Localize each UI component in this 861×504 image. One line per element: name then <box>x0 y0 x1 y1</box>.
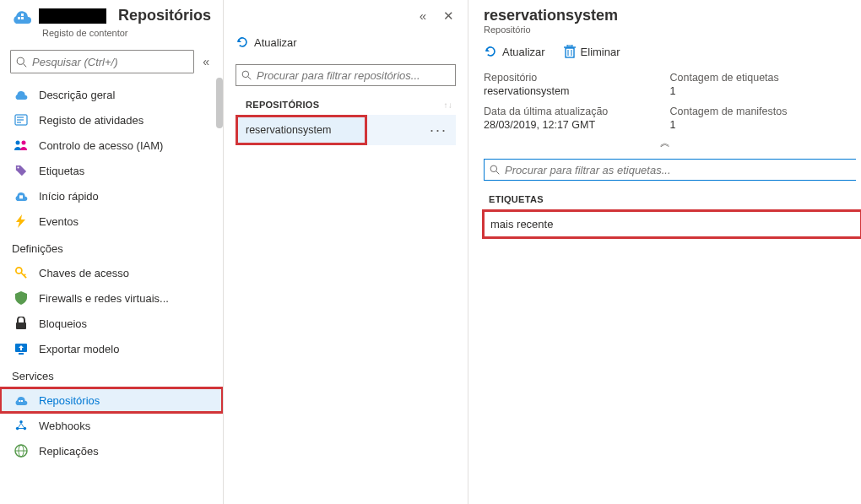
repo-row-name[interactable]: reservationsystem <box>236 115 367 145</box>
refresh-icon <box>236 35 249 49</box>
nav-item-tags[interactable]: Etiquetas <box>0 158 223 183</box>
meta-updated-value: 28/03/2019, 12:17 GMT <box>484 119 660 131</box>
nav-item-label: Descrição geral <box>39 89 115 101</box>
repository-detail-panel: reservationsystem Repositório Atualizar … <box>468 0 861 504</box>
sidebar-scrollbar[interactable] <box>216 78 223 128</box>
repositories-icon <box>14 393 29 407</box>
svg-point-9 <box>16 141 20 145</box>
tag-filter-input[interactable] <box>505 164 851 176</box>
key-icon <box>14 266 29 279</box>
tags-column-header[interactable]: ETIQUETAS <box>468 187 861 211</box>
nav-item-label: Repositórios <box>39 394 100 407</box>
svg-point-13 <box>16 268 22 274</box>
nav-item-label: Exportar modelo <box>39 343 119 355</box>
nav-item-label: Chaves de acesso <box>39 267 129 279</box>
iam-icon <box>14 138 29 152</box>
meta-repo-value: reservationsystem <box>484 85 660 97</box>
refresh-button[interactable]: Atualizar <box>236 35 297 49</box>
svg-line-35 <box>496 171 499 174</box>
nav-item-export[interactable]: Exportar modelo <box>0 336 223 361</box>
repositories-panel: « ✕ Atualizar REPOSITÓRIOS ↑↓ reservatio… <box>224 0 468 504</box>
sidebar-search-input[interactable] <box>32 56 188 68</box>
nav-item-access-keys[interactable]: Chaves de acesso <box>0 260 223 285</box>
search-icon <box>490 165 500 175</box>
svg-rect-33 <box>567 45 572 46</box>
nav-item-label: Etiquetas <box>39 165 84 177</box>
activity-log-icon <box>14 113 29 127</box>
svg-rect-1 <box>21 17 24 19</box>
repo-row-context-menu[interactable]: ··· <box>367 115 456 145</box>
quickstart-icon <box>14 189 29 203</box>
detail-refresh-button[interactable]: Atualizar <box>484 45 545 58</box>
svg-rect-18 <box>19 353 24 355</box>
sidebar-search[interactable] <box>10 50 194 73</box>
tag-icon <box>14 164 29 177</box>
sidebar-header: Repositórios <box>0 0 223 28</box>
svg-point-34 <box>490 165 497 172</box>
delete-icon <box>564 45 576 58</box>
nav-item-iam[interactable]: Controlo de acesso (IAM) <box>0 133 223 158</box>
registry-name-redacted <box>39 8 106 24</box>
detail-delete-button[interactable]: Eliminar <box>564 45 620 58</box>
nav-item-activity[interactable]: Registo de atividades <box>0 107 223 133</box>
nav-item-overview[interactable]: Descrição geral <box>0 82 223 107</box>
nav-item-quickstart[interactable]: Início rápido <box>0 183 223 209</box>
panel-minimize-button[interactable]: « <box>416 5 430 27</box>
nav-item-label: Replicações <box>39 445 99 458</box>
refresh-label: Atualizar <box>254 36 297 49</box>
svg-line-15 <box>24 274 26 276</box>
panel-close-button[interactable]: ✕ <box>440 5 458 27</box>
sort-icon[interactable]: ↑↓ <box>443 100 452 110</box>
nav-item-events[interactable]: Eventos <box>0 209 223 234</box>
nav-item-label: Bloqueios <box>39 317 87 330</box>
refresh-label: Atualizar <box>502 46 545 58</box>
search-icon <box>241 70 252 80</box>
sidebar-collapse-toggle[interactable]: « <box>199 51 213 72</box>
detail-title: reservationsystem <box>484 7 846 24</box>
nav-item-label: Eventos <box>39 215 79 228</box>
nav-item-label: Webhooks <box>39 420 90 432</box>
lock-icon <box>14 317 29 330</box>
svg-rect-20 <box>21 400 23 402</box>
meta-manifest-value: 1 <box>670 119 847 131</box>
nav-item-label: Início rápido <box>39 190 99 203</box>
svg-line-4 <box>24 63 27 67</box>
nav-group-label-services: Services <box>0 361 223 387</box>
detail-metadata: Repositório reservationsystem Contagem d… <box>468 68 861 134</box>
svg-point-10 <box>22 141 26 145</box>
nav-item-repositories[interactable]: Repositórios <box>0 387 223 413</box>
nav-item-replications[interactable]: Replicações <box>0 438 223 463</box>
webhooks-icon <box>14 419 29 432</box>
container-registry-icon <box>12 8 32 24</box>
repo-filter[interactable] <box>236 64 456 86</box>
svg-rect-0 <box>18 17 20 19</box>
repo-filter-input[interactable] <box>257 69 450 82</box>
nav-item-webhooks[interactable]: Webhooks <box>0 413 223 438</box>
nav-item-firewall[interactable]: Firewalls e redes virtuais... <box>0 285 223 311</box>
tag-item[interactable]: mais recente <box>484 211 861 237</box>
meta-manifest-label: Contagem de manifestos <box>670 106 847 117</box>
repos-column-header[interactable]: REPOSITÓRIOS ↑↓ <box>224 93 468 115</box>
firewall-icon <box>14 291 29 305</box>
nav-list: Descrição geral Registo de atividades Co… <box>0 82 223 504</box>
svg-rect-29 <box>566 48 574 57</box>
search-icon <box>16 57 27 68</box>
repos-header-label: REPOSITÓRIOS <box>246 100 319 110</box>
overview-icon <box>14 88 29 101</box>
meta-updated-label: Data da última atualização <box>484 106 660 117</box>
sidebar: Repositórios Registo de contentor « Desc… <box>0 0 224 504</box>
repo-row[interactable]: reservationsystem ··· <box>236 115 456 145</box>
meta-tagcount-label: Contagem de etiquetas <box>670 72 847 84</box>
svg-line-28 <box>248 77 251 79</box>
tag-filter[interactable] <box>484 159 856 181</box>
svg-point-3 <box>17 57 24 64</box>
globe-icon <box>14 444 29 458</box>
refresh-icon <box>484 45 497 58</box>
svg-point-27 <box>242 71 249 78</box>
delete-label: Eliminar <box>581 46 620 58</box>
nav-item-label: Firewalls e redes virtuais... <box>39 292 169 305</box>
svg-point-11 <box>17 166 19 168</box>
detail-collapse-toggle[interactable]: ︽ <box>468 134 861 152</box>
nav-item-locks[interactable]: Bloqueios <box>0 311 223 336</box>
svg-rect-2 <box>21 14 24 16</box>
